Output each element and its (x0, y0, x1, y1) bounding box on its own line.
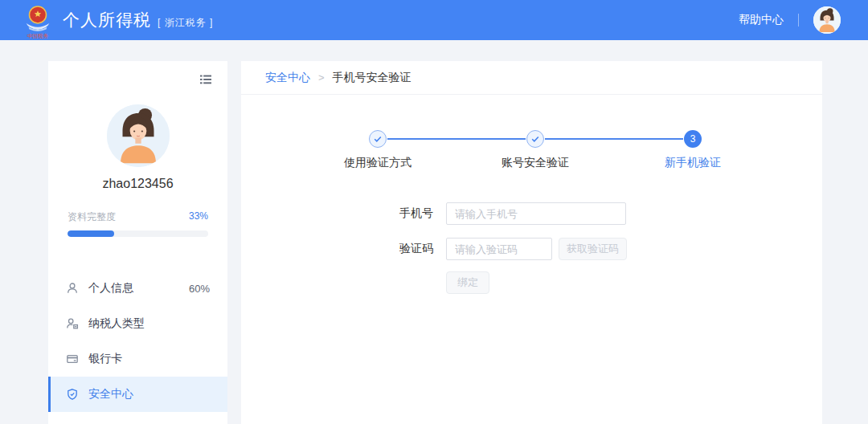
sidebar-menu: 个人信息 60% 纳税人类型 银行卡 (48, 271, 227, 412)
breadcrumb-security-center[interactable]: 安全中心 (265, 71, 310, 85)
sidebar-item-security-center[interactable]: 安全中心 (48, 377, 227, 412)
avatar-image-icon (813, 6, 841, 34)
new-phone-form: 手机号 验证码 获取验证码 绑定 (385, 202, 822, 294)
svg-text:中国税务: 中国税务 (27, 33, 49, 39)
step-1-done-icon (369, 130, 387, 148)
profile-avatar (107, 104, 170, 167)
completeness-progress-fill (68, 230, 114, 237)
taxpayer-type-icon (66, 317, 79, 330)
tax-bureau-logo-icon: 中国税务 (21, 3, 55, 40)
sidebar-item-label: 个人信息 (88, 281, 133, 296)
completeness-value: 33% (189, 210, 208, 224)
sidebar-item-label: 银行卡 (88, 352, 122, 366)
step-connector (387, 138, 526, 140)
profile-sidebar: zhao123456 资料完整度 33% 个人信息 60% 纳税人类型 (48, 61, 227, 424)
verification-stepper: 3 使用验证方式 账号安全验证 新手机验证 (378, 130, 693, 180)
breadcrumb-current-page: 手机号安全验证 (333, 71, 411, 85)
completeness-progressbar (68, 230, 208, 237)
app-title: 个人所得税 (63, 9, 151, 31)
completeness-label: 资料完整度 (68, 210, 116, 224)
avatar-image-icon (107, 104, 170, 167)
main-panel: 安全中心 > 手机号安全验证 3 使用验证方式 账号安全验证 新手机验证 手机号… (241, 61, 822, 424)
phone-number-label: 手机号 (385, 206, 433, 221)
profile-completeness: 资料完整度 33% (48, 210, 227, 237)
sidebar-item-taxpayer-type[interactable]: 纳税人类型 (48, 306, 227, 341)
user-icon (66, 282, 79, 295)
get-code-button[interactable]: 获取验证码 (559, 238, 627, 260)
user-avatar[interactable] (813, 6, 841, 34)
step-3-label: 新手机验证 (665, 156, 721, 170)
verification-code-input[interactable] (446, 238, 552, 260)
shield-check-icon (66, 388, 79, 401)
bind-button[interactable]: 绑定 (446, 271, 489, 294)
menu-collapse-icon[interactable] (199, 73, 212, 86)
sidebar-item-bank-card[interactable]: 银行卡 (48, 341, 227, 377)
step-2-label: 账号安全验证 (502, 156, 569, 170)
phone-number-input[interactable] (446, 202, 626, 225)
chevron-right-icon: > (318, 71, 325, 84)
header-divider (798, 14, 799, 26)
step-1-label: 使用验证方式 (344, 156, 411, 170)
app-subtitle: [ 浙江税务 ] (158, 16, 213, 30)
verification-code-label: 验证码 (385, 242, 433, 256)
app-header: 中国税务 个人所得税 [ 浙江税务 ] 帮助中心 (0, 0, 868, 40)
help-center-link[interactable]: 帮助中心 (739, 13, 784, 27)
sidebar-item-label: 安全中心 (88, 387, 133, 402)
step-2-done-icon (526, 130, 544, 148)
sidebar-item-label: 纳税人类型 (88, 316, 145, 331)
username: zhao123456 (48, 177, 227, 191)
step-3-current-icon: 3 (684, 130, 702, 148)
step-connector (545, 138, 683, 140)
sidebar-item-personal-info[interactable]: 个人信息 60% (48, 271, 227, 306)
breadcrumb: 安全中心 > 手机号安全验证 (241, 61, 822, 95)
bank-card-icon (66, 353, 79, 365)
sidebar-item-badge: 60% (189, 283, 210, 295)
